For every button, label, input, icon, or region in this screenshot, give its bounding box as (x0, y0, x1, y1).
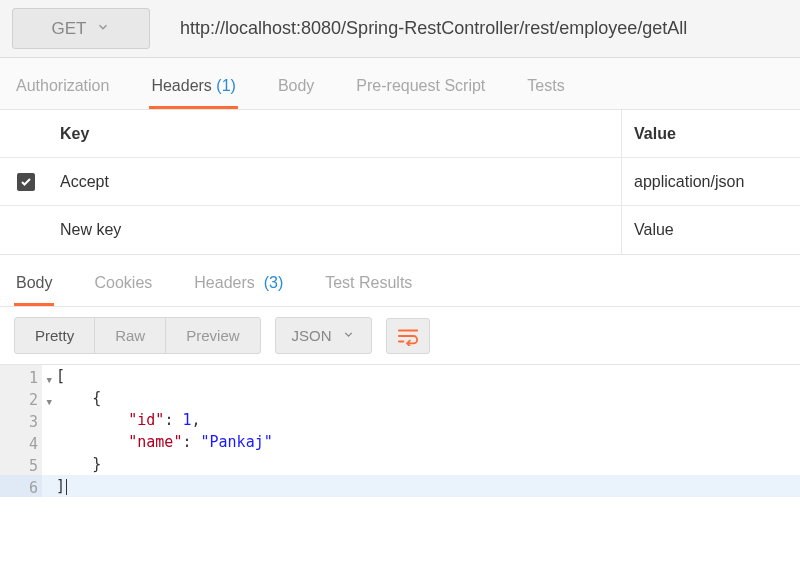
fold-icon[interactable]: ▼ (47, 369, 52, 391)
format-bar: Pretty Raw Preview JSON (0, 307, 800, 365)
url-input[interactable] (172, 8, 800, 49)
chevron-down-icon (342, 327, 355, 344)
view-pretty[interactable]: Pretty (15, 318, 95, 353)
header-row-checkbox[interactable] (17, 173, 35, 191)
header-key-input[interactable]: New key (52, 206, 622, 254)
header-value-input[interactable]: Value (622, 206, 800, 254)
response-tabs: Body Cookies Headers (3) Test Results (0, 255, 800, 307)
chevron-down-icon (96, 18, 110, 39)
tab-headers-count: (1) (216, 77, 236, 94)
headers-table: Key Value Accept application/json New ke… (0, 110, 800, 255)
request-tabs: Authorization Headers (1) Body Pre-reque… (0, 58, 800, 110)
tab-headers-label: Headers (151, 77, 211, 94)
resp-tab-cookies[interactable]: Cookies (92, 260, 154, 306)
format-label: JSON (292, 327, 332, 344)
resp-tab-test-results[interactable]: Test Results (323, 260, 414, 306)
wrap-lines-icon (397, 326, 419, 346)
code-content: [ { "id": 1, "name": "Pankaj" } ] (42, 365, 800, 497)
view-preview[interactable]: Preview (166, 318, 259, 353)
resp-tab-headers-count: (3) (264, 274, 284, 291)
http-method-label: GET (52, 19, 87, 39)
header-key-input[interactable]: Accept (52, 158, 622, 205)
header-col-key: Key (52, 110, 622, 157)
tab-headers[interactable]: Headers (1) (149, 63, 238, 109)
table-row: Accept application/json (0, 158, 800, 206)
header-value-input[interactable]: application/json (622, 158, 800, 205)
tab-body[interactable]: Body (276, 63, 316, 109)
view-mode-segment: Pretty Raw Preview (14, 317, 261, 354)
wrap-lines-button[interactable] (386, 318, 430, 354)
resp-tab-headers-label: Headers (194, 274, 254, 291)
tab-prerequest[interactable]: Pre-request Script (354, 63, 487, 109)
view-raw[interactable]: Raw (95, 318, 166, 353)
response-body-view[interactable]: 1▼ 2▼ 3 4 5 6 [ { "id": 1, "name": "Pank… (0, 365, 800, 497)
header-col-value: Value (622, 110, 800, 157)
fold-icon[interactable]: ▼ (47, 391, 52, 413)
format-select[interactable]: JSON (275, 317, 372, 354)
tab-authorization[interactable]: Authorization (14, 63, 111, 109)
tab-tests[interactable]: Tests (525, 63, 566, 109)
http-method-select[interactable]: GET (12, 8, 150, 49)
table-row: New key Value (0, 206, 800, 254)
line-gutter: 1▼ 2▼ 3 4 5 6 (0, 365, 42, 497)
resp-tab-body[interactable]: Body (14, 260, 54, 306)
resp-tab-headers[interactable]: Headers (3) (192, 260, 285, 306)
